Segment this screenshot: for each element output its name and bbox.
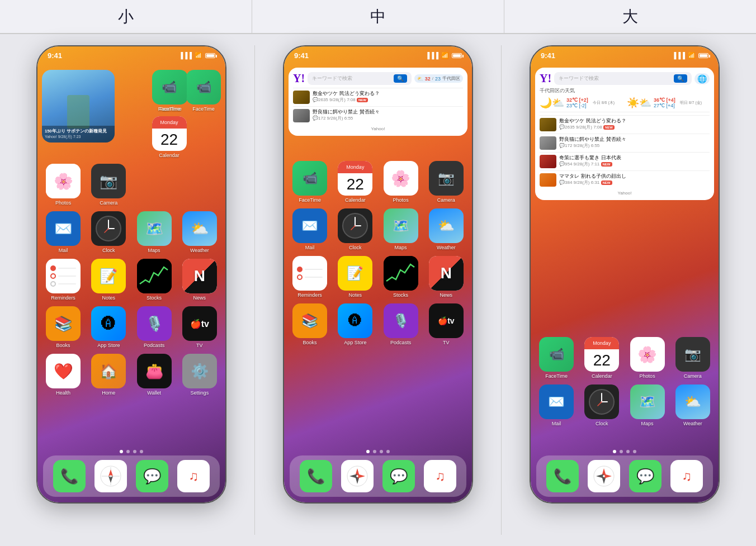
dock-messages-l[interactable]: 💬: [629, 460, 662, 492]
app-clock-s[interactable]: Clock: [87, 211, 130, 253]
header-medium: 中: [252, 0, 504, 33]
app-tv-s[interactable]: 🍎tv TV: [178, 306, 221, 348]
app-tv-m[interactable]: 🍎tv TV: [425, 303, 467, 345]
app-clock-m[interactable]: Clock: [334, 208, 376, 250]
app-calendar-m[interactable]: Monday 22 Calendar: [334, 161, 376, 203]
app-weather-s[interactable]: ⛅ Weather: [178, 211, 221, 253]
app-calendar-l[interactable]: Monday 22 Calendar: [580, 337, 623, 379]
battery-icon: [205, 53, 215, 58]
yahoo-search-m[interactable]: キーワードで検索 🔍: [308, 72, 412, 85]
app-appstore-s[interactable]: 🅐 App Store: [87, 306, 130, 348]
dock-messages-m[interactable]: 💬: [382, 460, 415, 492]
phone-large-bg: 9:41 ▐▐▐ 📶 Y! キーワードで検索 🔍: [531, 46, 719, 502]
app-photos-l[interactable]: 🌸 Photos: [626, 337, 669, 379]
dock-music-m[interactable]: ♫: [424, 460, 456, 492]
phones-row: 9:41 ▐▐▐ 📶 150年ぶり サボテンの新種発見: [0, 34, 756, 546]
app-home-s[interactable]: 🏠 Home: [87, 354, 130, 396]
app-settings-s[interactable]: ⚙️ Settings: [178, 354, 221, 396]
dock-phone-s[interactable]: 📞: [53, 460, 86, 492]
dock-large: 📞: [536, 455, 713, 497]
signal-icon-m: ▐▐▐: [426, 52, 438, 59]
app-camera-m[interactable]: 📷 Camera: [425, 161, 467, 203]
weather-chip-m: ⛅ 32 / 23 千代田区: [414, 74, 463, 83]
app-maps-s[interactable]: 🗺️ Maps: [133, 211, 176, 253]
app-reminders-s[interactable]: Reminders: [42, 259, 84, 301]
status-time-small: 9:41: [48, 51, 62, 60]
status-bar-small: 9:41 ▐▐▐ 📶: [37, 46, 225, 64]
app-mail-m[interactable]: ✉️ Mail: [289, 208, 331, 250]
app-mail-s[interactable]: ✉️ Mail: [42, 211, 84, 253]
app-notes-s[interactable]: 📝 Notes: [87, 259, 130, 301]
phone-small-bg: 9:41 ▐▐▐ 📶 150年ぶり サボテンの新種発見: [37, 46, 225, 502]
app-camera-l[interactable]: 📷 Camera: [672, 337, 714, 379]
yahoo-widget-large[interactable]: Y! キーワードで検索 🔍 🌐 千代田区の天気: [535, 68, 714, 200]
app-maps-m[interactable]: 🗺️ Maps: [380, 208, 422, 250]
app-weather-m[interactable]: ⛅ Weather: [425, 208, 467, 250]
app-weather-l[interactable]: ⛅ Weather: [672, 384, 714, 426]
app-wallet-s[interactable]: 👛 Wallet: [133, 354, 176, 396]
app-news-s[interactable]: N News: [178, 259, 221, 301]
app-facetime-l[interactable]: 📹 FaceTime: [535, 337, 578, 379]
app-podcasts-m[interactable]: 🎙️ Podcasts: [380, 303, 422, 345]
weather-btn-l[interactable]: 🌐: [694, 73, 710, 84]
phone-small: 9:41 ▐▐▐ 📶 150年ぶり サボテンの新種発見: [36, 45, 226, 504]
yahoo-widget-medium[interactable]: Y! キーワードで検索 🔍 ⛅ 32 / 23 千代田区: [289, 68, 467, 136]
status-icons-large: ▐▐▐ 📶: [672, 52, 708, 59]
search-btn-m[interactable]: 🔍: [394, 74, 407, 83]
app-photos-s[interactable]: 🌸 Photos: [42, 164, 84, 206]
status-time-medium: 9:41: [294, 51, 309, 60]
dock-safari-s[interactable]: [94, 460, 127, 492]
dock-music-l[interactable]: ♫: [670, 460, 703, 492]
news-item-1-m[interactable]: 敷金やツケ 民法どう変わる？ 💬2635 9/28(月) 7:08 NEW: [293, 88, 463, 106]
wifi-icon: 📶: [195, 52, 202, 59]
dock-phone-l[interactable]: 📞: [546, 460, 579, 492]
dock-messages-s[interactable]: 💬: [136, 460, 168, 492]
app-stocks-m[interactable]: Stocks: [380, 256, 422, 298]
search-btn-l[interactable]: 🔍: [674, 74, 687, 83]
app-facetime-m[interactable]: 📹 FaceTime: [289, 161, 331, 203]
phone-medium-bg: 9:41 ▐▐▐ 📶 Y! キーワードで検索 🔍: [284, 46, 472, 502]
news-item-1-l[interactable]: 敷金やツケ 民法どう変わる？ 💬2635 9/28(月) 7:08 NEW: [540, 115, 710, 134]
news-item-3-l[interactable]: 奇策に選手も驚き 日本代表 💬954 9/28(月) 7:11 NEW: [540, 152, 710, 170]
phone-col-medium: 9:41 ▐▐▐ 📶 Y! キーワードで検索 🔍: [255, 45, 502, 535]
yahoo-logo-l: Y!: [540, 72, 551, 85]
dock-music-s[interactable]: ♫: [177, 460, 210, 492]
location-label-l: 千代田区の天気: [540, 88, 710, 94]
app-reminders-m[interactable]: Reminders: [289, 256, 331, 298]
dock-safari-l[interactable]: [588, 460, 620, 492]
dock-safari-m[interactable]: [341, 460, 374, 492]
app-clock-l[interactable]: Clock: [580, 384, 623, 426]
dot-m-1: [366, 450, 370, 453]
app-mail-l[interactable]: ✉️ Mail: [535, 384, 578, 426]
svg-rect-5: [137, 259, 172, 293]
app-calendar-s[interactable]: Monday 22 Calendar: [117, 116, 221, 158]
app-appstore-m[interactable]: 🅐 App Store: [334, 303, 376, 345]
app-news-m[interactable]: N News: [425, 256, 467, 298]
app-health-s[interactable]: ❤️ Health: [42, 354, 84, 396]
wifi-icon-m: 📶: [441, 52, 449, 59]
app-books-m[interactable]: 📚 Books: [289, 303, 331, 345]
dock-phone-m[interactable]: 📞: [300, 460, 332, 492]
news-item-2-l[interactable]: 野良猫に餌やり禁止 賛否続々 💬172 9/28(月) 6:55: [540, 134, 710, 152]
dot-m-2: [373, 450, 376, 453]
app-podcasts-s[interactable]: 🎙️ Podcasts: [133, 306, 176, 348]
app-notes-m[interactable]: 📝 Notes: [334, 256, 376, 298]
app-camera-s[interactable]: 📷 Camera: [87, 164, 130, 206]
header-small: 小: [0, 0, 252, 33]
dot-l-2: [620, 450, 623, 453]
phone-col-large: 9:41 ▐▐▐ 📶 Y! キーワードで検索 🔍: [502, 45, 748, 535]
app-books-s[interactable]: 📚 Books: [42, 306, 84, 348]
status-icons-small: ▐▐▐ 📶: [179, 52, 215, 59]
news-item-2-m[interactable]: 野良猫に餌やり禁止 賛否続々 💬172 9/28(月) 6:55: [293, 106, 463, 125]
phone-medium: 9:41 ▐▐▐ 📶 Y! キーワードで検索 🔍: [283, 45, 473, 504]
news-widget-small[interactable]: 150年ぶり サボテンの新種発見 Yahoo! 9/28(月) 7:23: [42, 70, 115, 143]
app-maps-l[interactable]: 🗺️ Maps: [626, 384, 669, 426]
app-photos-m[interactable]: 🌸 Photos: [380, 161, 422, 203]
yahoo-search-l[interactable]: キーワードで検索 🔍: [554, 72, 692, 85]
news-item-4-l[interactable]: ママタレ 割れる子供の顔出し 💬384 9/28(月) 6:31 NEW: [540, 170, 710, 189]
page-dots-medium: [284, 450, 472, 453]
status-bar-large: 9:41 ▐▐▐ 📶: [531, 46, 719, 64]
app-grid-medium: 📹 FaceTime Monday 22 Calendar �: [289, 161, 467, 345]
app-facetime-s[interactable]: 📹 FaceTime: [117, 70, 221, 112]
app-stocks-s[interactable]: Stocks: [133, 259, 176, 301]
